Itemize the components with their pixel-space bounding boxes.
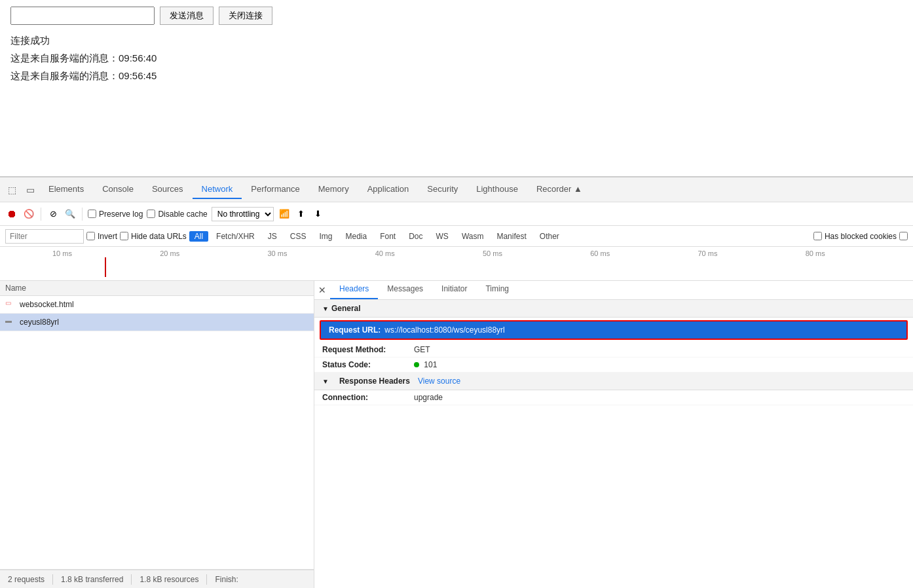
hide-data-urls-label[interactable]: Hide data URLs <box>120 232 187 241</box>
filter-input[interactable] <box>5 229 84 244</box>
tab-sources[interactable]: Sources <box>143 180 193 199</box>
detail-tab-timing[interactable]: Timing <box>476 281 518 299</box>
chip-fetch-xhr[interactable]: Fetch/XHR <box>211 231 260 242</box>
response-headers-section[interactable]: ▼ Response Headers View source <box>314 373 913 390</box>
file-name-ws: ceyusl88yrl <box>20 318 59 327</box>
record-button[interactable]: ⏺ <box>5 208 18 221</box>
status-sep-1 <box>52 574 53 585</box>
chip-font[interactable]: Font <box>375 231 401 242</box>
chip-css[interactable]: CSS <box>285 231 312 242</box>
chip-doc[interactable]: Doc <box>403 231 428 242</box>
status-bar: 2 requests 1.8 kB transferred 1.8 kB res… <box>0 570 314 588</box>
status-sep-2 <box>131 574 132 585</box>
timeline-vline <box>105 257 106 277</box>
response-headers-label: Response Headers <box>339 377 410 386</box>
chip-img[interactable]: Img <box>314 231 337 242</box>
invert-label[interactable]: Invert <box>86 232 117 241</box>
timeline-label-30ms: 30 ms <box>268 249 375 257</box>
filter-toggle[interactable]: ⊘ <box>47 208 60 221</box>
detail-close-btn[interactable]: ✕ <box>314 281 330 299</box>
network-toolbar: ⏺ 🚫 ⊘ 🔍 Preserve log Disable cache No th… <box>0 202 913 226</box>
status-sep-3 <box>206 574 207 585</box>
upload-icon[interactable]: ⬆ <box>295 208 308 221</box>
timeline-bar-area <box>0 257 913 277</box>
invert-text: Invert <box>98 232 117 241</box>
filter-bar: Invert Hide data URLs All Fetch/XHR JS C… <box>0 226 913 247</box>
status-code-row: Status Code: 101 <box>314 358 913 373</box>
timeline: 10 ms 20 ms 30 ms 40 ms 50 ms 60 ms 70 m… <box>0 247 913 281</box>
throttle-select[interactable]: No throttling <box>212 207 274 221</box>
timeline-labels: 10 ms 20 ms 30 ms 40 ms 50 ms 60 ms 70 m… <box>0 247 913 257</box>
timeline-label-50ms: 50 ms <box>483 249 590 257</box>
file-name-html: websocket.html <box>20 300 74 309</box>
request-url-value[interactable]: ws://localhost:8080/ws/ceyusl88yrl <box>384 325 504 335</box>
send-button[interactable]: 发送消息 <box>160 7 214 25</box>
disable-cache-label[interactable]: Disable cache <box>147 210 207 219</box>
tab-security[interactable]: Security <box>418 180 467 199</box>
close-button[interactable]: 关闭连接 <box>219 7 272 25</box>
detail-tab-initiator[interactable]: Initiator <box>432 281 476 299</box>
request-method-label: Request Method: <box>322 345 414 354</box>
request-method-value: GET <box>414 345 430 354</box>
file-row-html[interactable]: ▭ websocket.html <box>0 296 314 314</box>
chip-wasm[interactable]: Wasm <box>456 231 489 242</box>
status-code-label: Status Code: <box>322 360 414 369</box>
extra-checkbox[interactable] <box>899 232 908 240</box>
file-row-ws[interactable]: ▬ ceyusl88yrl <box>0 314 314 331</box>
search-button[interactable]: 🔍 <box>64 208 77 221</box>
devtools-tabbar: ⬚ ▭ Elements Console Sources Network Per… <box>0 177 913 202</box>
chip-js[interactable]: JS <box>263 231 282 242</box>
status-dot <box>414 362 419 367</box>
has-blocked-text: Has blocked cookies <box>825 232 897 241</box>
timeline-label-70ms: 70 ms <box>698 249 806 257</box>
wifi-icon[interactable]: 📶 <box>278 208 291 221</box>
request-method-row: Request Method: GET <box>314 342 913 358</box>
timeline-label-10ms: 10 ms <box>52 249 160 257</box>
disable-cache-text: Disable cache <box>158 210 207 219</box>
tab-console[interactable]: Console <box>93 180 143 199</box>
page-messages: 连接成功 这是来自服务端的消息：09:56:40 这是来自服务端的消息：09:5… <box>10 31 903 84</box>
tab-elements[interactable]: Elements <box>39 180 93 199</box>
tab-application[interactable]: Application <box>358 180 419 199</box>
file-list: Name ▭ websocket.html ▬ ceyusl88yrl 2 re… <box>0 281 314 588</box>
connection-row: Connection: upgrade <box>314 390 913 405</box>
general-section-header[interactable]: ▼ General <box>314 300 913 318</box>
invert-checkbox[interactable] <box>86 232 95 240</box>
has-blocked-checkbox[interactable] <box>813 232 822 240</box>
separator-2 <box>82 208 83 221</box>
device-icon[interactable]: ▭ <box>21 181 39 199</box>
message-input[interactable] <box>10 7 155 25</box>
separator-1 <box>41 208 41 221</box>
view-source-link[interactable]: View source <box>418 377 460 386</box>
message-line-1: 连接成功 <box>10 31 903 49</box>
message-line-2: 这是来自服务端的消息：09:56:40 <box>10 49 903 67</box>
main-area: Name ▭ websocket.html ▬ ceyusl88yrl 2 re… <box>0 281 913 588</box>
detail-tab-headers[interactable]: Headers <box>330 281 378 299</box>
connection-value: upgrade <box>414 393 443 402</box>
chip-media[interactable]: Media <box>340 231 372 242</box>
has-blocked-label[interactable]: Has blocked cookies <box>813 232 897 241</box>
chip-manifest[interactable]: Manifest <box>491 231 531 242</box>
tab-network[interactable]: Network <box>193 180 242 199</box>
detail-tabs: ✕ Headers Messages Initiator Timing <box>314 281 913 300</box>
chip-other[interactable]: Other <box>534 231 565 242</box>
chip-ws[interactable]: WS <box>431 231 454 242</box>
clear-button[interactable]: 🚫 <box>22 208 35 221</box>
ws-file-icon: ▬ <box>5 317 16 327</box>
preserve-log-checkbox[interactable] <box>88 210 96 218</box>
detail-tab-messages[interactable]: Messages <box>378 281 432 299</box>
tab-memory[interactable]: Memory <box>309 180 358 199</box>
hide-data-urls-text: Hide data URLs <box>131 232 187 241</box>
chip-all[interactable]: All <box>189 231 208 242</box>
file-list-header: Name <box>0 281 314 296</box>
response-toggle-icon: ▼ <box>322 378 329 385</box>
finish-label: Finish: <box>215 575 238 584</box>
download-icon[interactable]: ⬇ <box>312 208 325 221</box>
tab-recorder[interactable]: Recorder ▲ <box>527 180 591 199</box>
tab-performance[interactable]: Performance <box>242 180 308 199</box>
disable-cache-checkbox[interactable] <box>147 210 155 218</box>
tab-lighthouse[interactable]: Lighthouse <box>467 180 527 199</box>
inspect-icon[interactable]: ⬚ <box>3 181 21 199</box>
hide-data-urls-checkbox[interactable] <box>120 232 128 240</box>
preserve-log-label[interactable]: Preserve log <box>88 210 143 219</box>
